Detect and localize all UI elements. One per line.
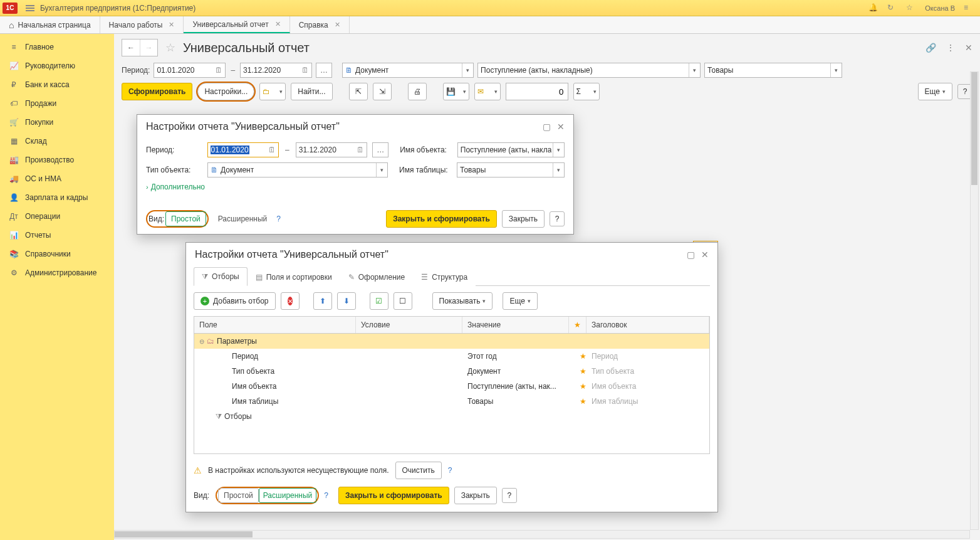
table-name-dropdown[interactable]: Товары▾ — [457, 162, 565, 177]
calendar-icon[interactable]: 🗓 — [268, 146, 276, 154]
view-simple-button[interactable]: Простой — [165, 211, 206, 226]
chevron-down-icon[interactable]: ▾ — [553, 163, 564, 177]
maximize-icon[interactable]: ▢ — [687, 250, 695, 260]
window-menu-icon[interactable]: ≡ — [964, 3, 974, 13]
sidebar-item-main[interactable]: ≡Главное — [0, 38, 114, 56]
help-link[interactable]: ? — [324, 491, 328, 500]
calendar-icon[interactable]: 🗓 — [357, 146, 364, 154]
save-settings-button[interactable]: 🗀▾ — [259, 83, 286, 100]
number-input[interactable] — [506, 83, 568, 100]
expand-button[interactable]: ⇱ — [349, 83, 368, 100]
email-button[interactable]: ✉▾ — [474, 83, 501, 100]
collapse-icon[interactable]: ⊖ — [199, 338, 204, 345]
table-row-filters[interactable]: ⧩ Отборы — [194, 409, 709, 424]
kebab-icon[interactable]: ⋮ — [946, 43, 955, 53]
date-from-input[interactable]: 01.01.2020🗓 — [207, 142, 279, 157]
table-row[interactable]: Тип объектаДокумент★Тип объекта — [194, 364, 709, 379]
vertical-scrollbar[interactable] — [970, 71, 979, 530]
star-icon[interactable]: ★ — [574, 382, 592, 391]
move-up-button[interactable]: ⬆ — [313, 292, 332, 310]
scrollbar-thumb[interactable] — [115, 531, 253, 537]
more-button[interactable]: Еще▾ — [918, 83, 952, 100]
bell-icon[interactable]: 🔔 — [868, 3, 878, 13]
sidebar-item-manager[interactable]: 📈Руководителю — [0, 56, 114, 75]
close-icon[interactable]: ✕ — [965, 43, 972, 53]
chevron-down-icon[interactable]: ▾ — [830, 63, 842, 77]
close-and-generate-button[interactable]: Закрыть и сформировать — [338, 487, 449, 504]
calendar-icon[interactable]: 🗓 — [301, 66, 309, 75]
sidebar-item-production[interactable]: 🏭Производство — [0, 151, 114, 169]
star-icon[interactable]: ☆ — [906, 3, 916, 13]
tab-home[interactable]: ⌂Начальная страница — [0, 16, 100, 33]
date-to-input[interactable]: 31.12.2020🗓 — [240, 63, 312, 78]
user-name[interactable]: Оксана В — [925, 4, 955, 12]
close-and-generate-button[interactable]: Закрыть и сформировать — [386, 210, 497, 228]
col-value[interactable]: Значение — [462, 317, 569, 333]
close-button[interactable]: Закрыть — [454, 487, 497, 504]
tab-filters[interactable]: ⧩Отборы — [194, 267, 248, 286]
history-icon[interactable]: ↻ — [887, 3, 897, 13]
table-row[interactable]: ПериодЭтот год★Период — [194, 349, 709, 364]
close-icon[interactable]: ✕ — [335, 21, 340, 29]
sidebar-item-purchases[interactable]: 🛒Покупки — [0, 113, 114, 132]
star-icon[interactable]: ★ — [574, 352, 592, 361]
show-button[interactable]: Показывать▾ — [432, 292, 493, 310]
chevron-down-icon[interactable]: ▾ — [376, 163, 387, 177]
table-row[interactable]: Имя объектаПоступление (акты, нак...★Имя… — [194, 379, 709, 394]
tab-help[interactable]: Справка✕ — [290, 16, 350, 33]
menu-icon[interactable] — [24, 3, 36, 13]
forward-button[interactable]: → — [140, 40, 157, 56]
date-to-input[interactable]: 31.12.2020🗓 — [296, 142, 368, 157]
help-button[interactable]: ? — [550, 211, 565, 226]
maximize-icon[interactable]: ▢ — [543, 122, 551, 132]
col-condition[interactable]: Условие — [356, 317, 462, 333]
tab-universal-report[interactable]: Универсальный отчет✕ — [184, 16, 289, 33]
view-simple-button[interactable]: Простой — [218, 488, 259, 503]
tab-structure[interactable]: ☰Структура — [413, 267, 476, 286]
additional-link[interactable]: ›Дополнительно — [146, 183, 205, 191]
close-icon[interactable]: ✕ — [701, 250, 709, 260]
period-picker-button[interactable]: … — [316, 63, 332, 78]
link-icon[interactable]: 🔗 — [925, 43, 936, 53]
scrollbar-thumb[interactable] — [971, 72, 977, 185]
help-link[interactable]: ? — [448, 466, 452, 475]
sidebar-item-stock[interactable]: ▦Склад — [0, 132, 114, 151]
move-down-button[interactable]: ⬇ — [337, 292, 356, 310]
print-button[interactable]: 🖨 — [408, 83, 427, 100]
sidebar-item-sales[interactable]: 🏷Продажи — [0, 94, 114, 113]
period-picker-button[interactable]: … — [372, 142, 388, 157]
more-button[interactable]: Еще▾ — [503, 292, 537, 310]
help-link[interactable]: ? — [276, 214, 281, 223]
chevron-down-icon[interactable]: ▾ — [553, 143, 564, 157]
star-icon[interactable]: ★ — [574, 397, 592, 406]
chevron-down-icon[interactable]: ▾ — [689, 63, 700, 77]
settings-button[interactable]: Настройки... — [197, 83, 254, 100]
date-from-input[interactable]: 01.01.2020🗓 — [154, 63, 226, 78]
close-icon[interactable]: ✕ — [557, 122, 565, 132]
find-button[interactable]: Найти... — [291, 83, 332, 100]
sidebar-item-operations[interactable]: ДтОперации — [0, 207, 114, 226]
calendar-icon[interactable]: 🗓 — [215, 66, 222, 75]
view-advanced-button[interactable]: Расширенный — [259, 488, 317, 503]
generate-button[interactable]: Сформировать — [122, 83, 192, 100]
check-all-button[interactable]: ☑ — [370, 292, 388, 310]
clear-button[interactable]: Очистить — [395, 462, 442, 479]
col-field[interactable]: Поле — [194, 317, 356, 333]
sum-button[interactable]: Σ▾ — [573, 83, 600, 100]
sidebar-item-reports[interactable]: 📊Отчеты — [0, 226, 114, 245]
uncheck-all-button[interactable]: ☐ — [394, 292, 412, 310]
chevron-down-icon[interactable]: ▾ — [462, 63, 473, 77]
view-advanced-button[interactable]: Расширенный — [214, 211, 272, 226]
collapse-button[interactable]: ⇲ — [373, 83, 392, 100]
sidebar-item-bank[interactable]: ₽Банк и касса — [0, 75, 114, 94]
object-type-dropdown[interactable]: 🗎Документ▾ — [207, 162, 388, 177]
object-name-dropdown[interactable]: Поступление (акты, накла▾ — [457, 142, 565, 157]
col-title[interactable]: Заголовок — [586, 317, 709, 333]
close-icon[interactable]: ✕ — [169, 21, 174, 29]
sidebar-item-admin[interactable]: ⚙Администрирование — [0, 263, 114, 282]
help-button[interactable]: ? — [502, 488, 517, 503]
horizontal-scrollbar[interactable] — [114, 530, 970, 539]
tab-fields[interactable]: ▤Поля и сортировки — [248, 267, 340, 286]
tab-style[interactable]: ✎Оформление — [340, 267, 413, 286]
col-star[interactable]: ★ — [569, 317, 586, 333]
